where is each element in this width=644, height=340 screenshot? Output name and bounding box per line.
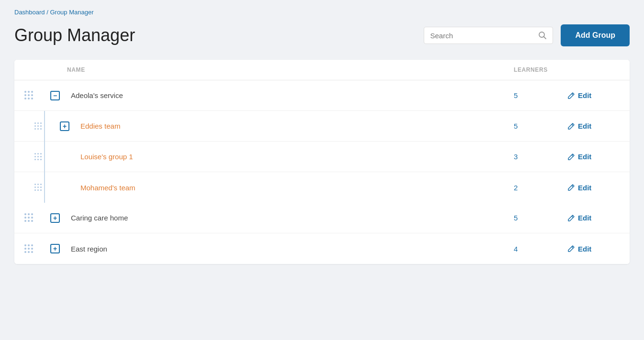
group-name-east: East region <box>67 245 510 253</box>
drag-dots-icon <box>34 153 42 161</box>
table-row: + East region 4 Edit <box>14 233 630 264</box>
drag-handle-adeola[interactable] <box>14 91 43 100</box>
breadcrumb-separator: / <box>45 9 50 16</box>
col-drag <box>14 65 43 75</box>
edit-icon <box>567 214 575 222</box>
table-row: + Caring care home 5 Edit <box>14 203 630 233</box>
drag-dots-icon <box>34 122 42 130</box>
edit-icon <box>567 153 575 161</box>
expand-button-east[interactable]: + <box>43 244 67 253</box>
collapse-button-adeola[interactable]: − <box>43 91 67 100</box>
drag-handle-louise[interactable] <box>24 153 53 161</box>
plus-icon: + <box>60 121 69 131</box>
group-name-mohamed: Mohamed's team <box>77 184 510 192</box>
col-actions <box>567 65 630 75</box>
col-name-header: NAME <box>67 65 510 75</box>
drag-dots-icon <box>24 213 34 222</box>
vertical-line <box>44 111 45 203</box>
search-container <box>424 27 553 44</box>
learners-count-mohamed: 2 <box>510 184 567 192</box>
drag-dots-icon <box>24 244 34 253</box>
learners-count-caring: 5 <box>510 214 567 222</box>
learners-count-eddies: 5 <box>510 122 567 130</box>
edit-button-adeola[interactable]: Edit <box>567 91 630 99</box>
learners-count-east: 4 <box>510 245 567 253</box>
breadcrumb-dashboard[interactable]: Dashboard <box>14 9 45 16</box>
search-icon <box>538 31 547 40</box>
main-page: Dashboard / Group Manager Group Manager … <box>0 0 644 278</box>
header-row: Group Manager Add Group <box>14 24 630 46</box>
page-title: Group Manager <box>14 25 424 45</box>
edit-button-eddies[interactable]: Edit <box>567 122 630 130</box>
group-name-caring: Caring care home <box>67 214 510 222</box>
breadcrumb-current: Group Manager <box>50 9 93 16</box>
sub-indent: + Eddies team 5 Edit <box>14 111 630 203</box>
edit-icon <box>567 245 575 252</box>
col-expand <box>43 65 67 75</box>
subgroups-adeola: + Eddies team 5 Edit <box>14 111 630 203</box>
minus-icon: − <box>50 91 60 100</box>
groups-table: NAME LEARNERS − Adeola's service 5 <box>14 60 630 264</box>
group-name-eddies: Eddies team <box>77 122 510 130</box>
edit-button-louise[interactable]: Edit <box>567 153 630 161</box>
edit-icon <box>567 184 575 191</box>
drag-dots-icon <box>34 184 42 191</box>
edit-button-mohamed[interactable]: Edit <box>567 184 630 192</box>
drag-handle-eddies[interactable] <box>24 122 53 130</box>
drag-handle-caring[interactable] <box>14 213 43 222</box>
edit-icon <box>567 92 575 99</box>
expand-button-eddies[interactable]: + <box>53 121 77 131</box>
table-row: Mohamed's team 2 Edit <box>14 172 630 203</box>
group-name-louise: Louise's group 1 <box>77 153 510 161</box>
learners-count-louise: 3 <box>510 153 567 161</box>
drag-handle-east[interactable] <box>14 244 43 253</box>
group-name-adeola: Adeola's service <box>67 91 510 99</box>
edit-button-east[interactable]: Edit <box>567 245 630 253</box>
add-group-button[interactable]: Add Group <box>561 24 630 46</box>
table-row: − Adeola's service 5 Edit <box>14 80 630 111</box>
expand-button-caring[interactable]: + <box>43 213 67 223</box>
edit-icon <box>567 122 575 130</box>
table-row: + Eddies team 5 Edit <box>14 111 630 142</box>
drag-dots-icon <box>24 91 34 100</box>
breadcrumb: Dashboard / Group Manager <box>14 9 630 16</box>
edit-button-caring[interactable]: Edit <box>567 214 630 222</box>
table-row: Louise's group 1 3 Edit <box>14 142 630 172</box>
svg-line-1 <box>544 37 546 39</box>
learners-count-adeola: 5 <box>510 91 567 99</box>
plus-icon: + <box>50 213 60 223</box>
drag-handle-mohamed[interactable] <box>24 184 53 191</box>
group-row-adeola: − Adeola's service 5 Edit <box>14 80 630 203</box>
plus-icon: + <box>50 244 60 253</box>
col-learners-header: LEARNERS <box>510 65 567 75</box>
search-input[interactable] <box>430 32 535 40</box>
table-header: NAME LEARNERS <box>14 60 630 80</box>
